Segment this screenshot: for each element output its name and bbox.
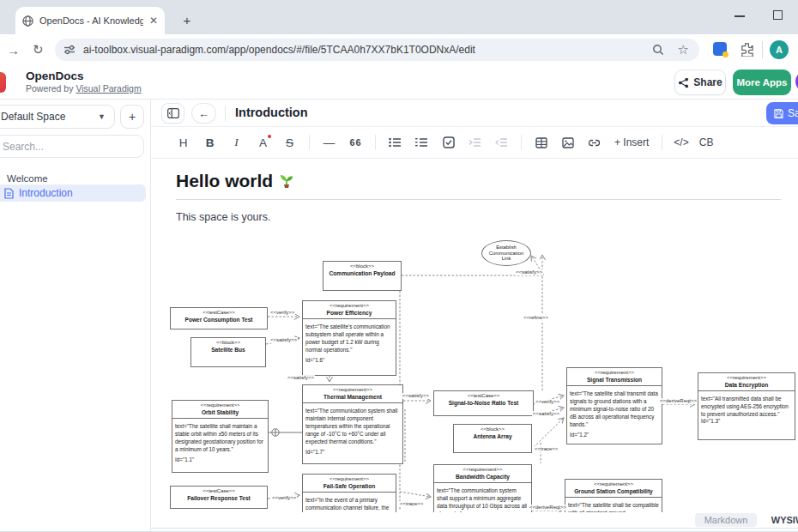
requirements-diagram[interactable]: Establish Communication Link <<block>> C… xyxy=(151,159,798,512)
diagram-node-power-consumption-test: <<testCase>> Power Consumption Test xyxy=(170,307,268,329)
blockquote-button[interactable]: 66 xyxy=(344,132,367,153)
italic-button[interactable]: I xyxy=(225,132,248,153)
numbered-list-button[interactable] xyxy=(410,132,433,153)
diagram-node-snr-test: <<testCase>> Signal-to-Noise Ratio Test xyxy=(433,390,534,416)
site-settings-icon[interactable] xyxy=(63,44,76,56)
connector-label-verify: <<verify>> xyxy=(535,399,560,405)
chevron-down-icon: ▼ xyxy=(98,112,106,121)
diagram-node-failover-response-test: <<testCase>> Failover Response Test xyxy=(170,486,268,509)
indent-icon xyxy=(469,137,481,148)
diagram-node-bandwidth-capacity: <<requirement>> Bandwidth Capacity text=… xyxy=(433,464,532,512)
link-button[interactable] xyxy=(583,132,606,153)
extensions-puzzle-icon[interactable] xyxy=(740,42,754,57)
heading-button[interactable]: H xyxy=(172,132,195,153)
editor-header: ← Introduction Save xyxy=(151,100,798,127)
opendocs-logo xyxy=(0,72,6,93)
editor-pane: ← Introduction Save H B I xyxy=(151,100,798,531)
browser-tab[interactable]: OpenDocs - AI Knowledge Base ✕ xyxy=(15,7,165,34)
diagram-node-satellite-bus: <<block>> Satellite Bus xyxy=(190,337,266,367)
visual-paradigm-link[interactable]: Visual Paradigm xyxy=(76,83,141,94)
app-title: OpenDocs xyxy=(26,70,84,82)
inline-code-button[interactable]: </> xyxy=(670,132,692,153)
sidebar-item-label: Introduction xyxy=(19,187,73,199)
window-minimize-button[interactable] xyxy=(735,15,745,17)
connector-label-derivereqt: <<deriveReqt>> xyxy=(659,398,698,404)
diagram-node-data-encryption: <<requirement>> Data Encryption text="Al… xyxy=(698,372,795,440)
sidebar: Default Space ▼ + Welcome Introduction xyxy=(0,100,151,531)
connector-label-satisfy: <<satisfy>> xyxy=(515,269,543,275)
save-button[interactable]: Save xyxy=(766,102,798,124)
image-button[interactable] xyxy=(556,132,579,153)
bullet-list-button[interactable] xyxy=(384,132,407,153)
outdent-icon xyxy=(495,137,508,148)
share-button[interactable]: Share xyxy=(674,70,726,95)
browser-window: OpenDocs - AI Knowledge Base ✕ + → ↻ ai-… xyxy=(0,0,798,532)
code-block-button[interactable]: CB xyxy=(696,132,717,153)
diagram-node-orbit-stability: <<requirement>> Orbit Stability text="Th… xyxy=(172,400,269,473)
check-list-button[interactable] xyxy=(437,132,460,153)
address-bar[interactable]: ai-toolbox.visual-paradigm.com/app/opend… xyxy=(55,39,699,61)
connector-label-satisfy: <<satisfy>> xyxy=(269,337,298,343)
header-divider xyxy=(225,106,226,121)
connector-label-trace: <<trace>> xyxy=(534,446,559,452)
connector-label-satisfy: <<satisfy>> xyxy=(287,375,315,381)
arrow-left-icon: ← xyxy=(198,107,209,120)
browser-toolbar: → ↻ ai-toolbox.visual-paradigm.com/app/o… xyxy=(0,34,798,65)
diagram-node-goal: Establish Communication Link xyxy=(481,240,531,266)
app-subtitle: Powered by Visual Paradigm xyxy=(26,83,142,94)
back-button[interactable]: ← xyxy=(191,103,216,124)
connector-label-derivereqt: <<deriveReqt>> xyxy=(529,505,567,511)
font-color-button[interactable]: A xyxy=(251,132,275,153)
indent-button[interactable] xyxy=(463,132,487,153)
outdent-button[interactable] xyxy=(490,132,513,153)
globe-favicon xyxy=(22,15,33,27)
connector-label-verify: <<verify>> xyxy=(269,310,295,316)
reload-icon[interactable]: ↻ xyxy=(33,42,44,57)
diagram-node-signal-transmission: <<requirement>> Signal Transmission text… xyxy=(566,367,662,444)
toolbar-divider xyxy=(662,135,662,150)
strikethrough-button[interactable]: S xyxy=(278,132,301,153)
formatting-toolbar: H B I A S — 66 xyxy=(151,127,798,159)
diagram-node-communication-payload: <<block>> Communication Payload xyxy=(323,261,402,291)
tab-strip: OpenDocs - AI Knowledge Base ✕ + xyxy=(0,0,798,34)
toggle-sidebar-button[interactable] xyxy=(161,103,184,124)
space-selector[interactable]: Default Space ▼ xyxy=(0,105,115,129)
zoom-icon[interactable] xyxy=(652,44,664,56)
new-tab-button[interactable]: + xyxy=(177,10,197,31)
add-space-button[interactable]: + xyxy=(120,105,144,129)
table-button[interactable] xyxy=(529,132,553,153)
tab-wysiwyg[interactable]: WYSIWYG xyxy=(760,513,798,527)
sidebar-item-introduction[interactable]: Introduction xyxy=(0,184,146,202)
numbered-list-icon xyxy=(415,137,428,148)
search-input[interactable] xyxy=(0,135,144,158)
document-canvas[interactable]: Hello world This space is yours. xyxy=(151,159,798,512)
window-maximize-button[interactable] xyxy=(773,10,783,20)
panel-collapse-icon xyxy=(167,108,179,118)
toolbar-divider xyxy=(309,135,310,150)
toolbar-divider xyxy=(521,135,522,150)
tab-title: OpenDocs - AI Knowledge Base xyxy=(39,15,143,26)
browser-profile-avatar[interactable]: A xyxy=(770,40,789,59)
bookmark-star-icon[interactable]: ☆ xyxy=(678,42,689,57)
bold-button[interactable]: B xyxy=(198,132,221,153)
image-icon xyxy=(562,137,574,148)
extension-icon[interactable] xyxy=(713,42,727,56)
app-header: OpenDocs Powered by Visual Paradigm Shar… xyxy=(0,65,798,100)
connector-label-trace: <<trace>> xyxy=(399,501,424,507)
url-text: ai-toolbox.visual-paradigm.com/app/opend… xyxy=(83,44,652,56)
horizontal-rule-button[interactable]: — xyxy=(317,132,341,153)
tab-markdown[interactable]: Markdown xyxy=(695,513,757,527)
tab-close-icon[interactable]: ✕ xyxy=(149,15,158,27)
page-title: Introduction xyxy=(235,106,308,119)
diagram-node-antenna-array: <<block>> Antenna Array xyxy=(453,424,532,453)
more-apps-button[interactable]: More Apps xyxy=(733,70,791,95)
connector-label-satisfy: <<satisfy>> xyxy=(402,393,430,399)
insert-button[interactable]: + Insert xyxy=(609,132,654,153)
toolbar-divider xyxy=(762,41,763,58)
bullet-list-icon xyxy=(389,137,402,148)
connector-label-satisfy: <<satisfy>> xyxy=(532,411,560,417)
forward-icon[interactable]: → xyxy=(7,43,20,57)
table-icon xyxy=(535,137,547,148)
document-icon xyxy=(4,188,14,199)
link-icon xyxy=(588,139,601,147)
